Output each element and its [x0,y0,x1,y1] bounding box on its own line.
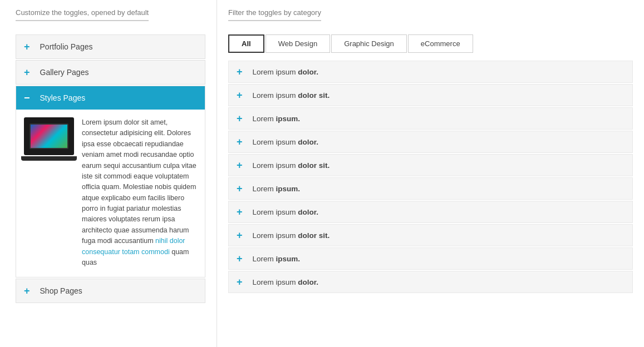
accordion-icon-portfolio: + [24,42,30,52]
toggle-row[interactable]: + Lorem ipsum dolor. [228,271,633,293]
toggle-label-bold: dolor sit. [298,91,330,100]
toggle-label: Lorem ipsum. [253,185,301,193]
toggle-plus-icon: + [237,137,243,147]
accordion-item-gallery: + Gallery Pages [16,60,205,85]
accordion-item-portfolio: + Portfolio Pages [16,34,205,59]
toggle-row[interactable]: + Lorem ipsum dolor. [228,131,633,153]
accordion-label-styles: Styles Pages [40,93,86,102]
toggle-plus-icon: + [237,277,243,287]
toggle-label: Lorem ipsum dolor. [253,208,319,216]
toggle-label: Lorem ipsum dolor. [253,68,319,76]
toggle-row[interactable]: + Lorem ipsum. [228,177,633,200]
accordion-body-styles: Lorem ipsum dolor sit amet, consectetur … [16,110,205,277]
laptop-image [24,117,74,268]
toggle-row[interactable]: + Lorem ipsum dolor. [228,201,633,223]
accordion-icon-gallery: + [24,67,30,77]
laptop-screen-icon [24,117,74,155]
toggle-list: + Lorem ipsum dolor. + Lorem ipsum dolor… [228,61,633,293]
toggle-row[interactable]: + Lorem ipsum dolor sit. [228,154,633,176]
accordion-label-shop: Shop Pages [40,286,82,295]
accordion-label-portfolio: Portfolio Pages [40,42,93,51]
filter-buttons: All Web Design Graphic Design eCommerce [228,34,633,53]
toggle-plus-icon: + [237,67,243,77]
toggle-label-bold: dolor. [298,278,318,286]
toggle-label: Lorem ipsum dolor. [253,138,319,146]
accordion-label-gallery: Gallery Pages [40,68,89,77]
toggle-label: Lorem ipsum dolor sit. [253,231,330,240]
right-panel: Filter the toggles by category All Web D… [217,0,644,347]
toggle-label-bold: dolor. [298,68,318,76]
right-panel-title: Filter the toggles by category [228,8,321,21]
toggle-plus-icon: + [237,254,243,264]
filter-btn-graphic[interactable]: Graphic Design [331,34,407,53]
accordion-header-shop[interactable]: + Shop Pages [16,279,205,303]
accordion-body-link: nihil dolor consequatur totam commodi [82,237,185,255]
toggle-plus-icon: + [237,90,243,100]
toggle-row[interactable]: + Lorem ipsum dolor. [228,61,633,83]
toggle-plus-icon: + [237,230,243,240]
toggle-plus-icon: + [237,184,243,194]
toggle-label: Lorem ipsum dolor sit. [253,161,330,170]
accordion-icon-styles: − [24,93,30,103]
accordion-list: + Portfolio Pages + Gallery Pages − Styl… [16,34,205,303]
toggle-plus-icon: + [237,207,243,217]
toggle-row[interactable]: + Lorem ipsum. [228,247,633,270]
filter-btn-ecommerce[interactable]: eCommerce [408,34,473,53]
toggle-label: Lorem ipsum dolor sit. [253,91,330,100]
toggle-row[interactable]: + Lorem ipsum. [228,107,633,130]
toggle-row[interactable]: + Lorem ipsum dolor sit. [228,224,633,246]
toggle-label-bold: ipsum. [276,255,301,263]
toggle-plus-icon: + [237,113,243,123]
accordion-header-gallery[interactable]: + Gallery Pages [16,61,205,84]
toggle-label: Lorem ipsum. [253,255,301,263]
accordion-header-portfolio[interactable]: + Portfolio Pages [16,35,205,58]
accordion-icon-shop: + [24,286,30,296]
toggle-label-bold: dolor sit. [298,231,330,240]
toggle-label-bold: ipsum. [276,185,301,193]
accordion-body-text: Lorem ipsum dolor sit amet, consectetur … [82,117,197,268]
toggle-plus-icon: + [237,160,243,170]
accordion-item-shop: + Shop Pages [16,279,205,303]
laptop-screen [30,123,68,149]
toggle-label-bold: dolor. [298,138,318,146]
toggle-label: Lorem ipsum. [253,115,301,123]
laptop-base [21,156,77,161]
accordion-header-styles[interactable]: − Styles Pages [16,86,205,110]
left-panel: Customize the toggles, opened by default… [0,0,217,347]
toggle-label-bold: dolor sit. [298,161,330,170]
toggle-label: Lorem ipsum dolor. [253,278,319,286]
toggle-row[interactable]: + Lorem ipsum dolor sit. [228,84,633,106]
filter-btn-web[interactable]: Web Design [266,34,331,53]
left-panel-title: Customize the toggles, opened by default [16,8,149,21]
filter-btn-all[interactable]: All [228,34,264,53]
toggle-label-bold: ipsum. [276,115,301,123]
accordion-item-styles: − Styles Pages Lorem ipsum dolor sit ame… [16,86,205,277]
toggle-label-bold: dolor. [298,208,318,216]
